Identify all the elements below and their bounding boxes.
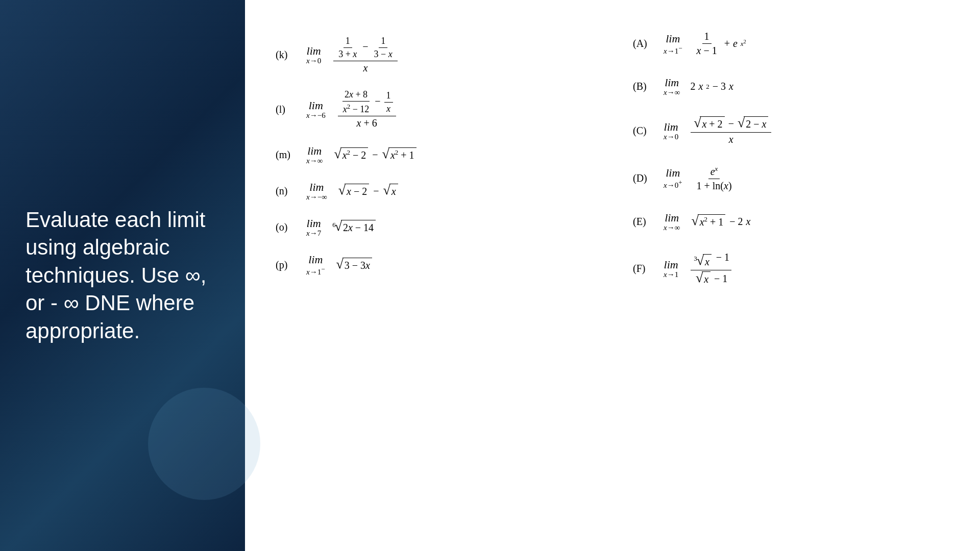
label-F: (F) <box>633 263 653 274</box>
label-p: (p) <box>276 259 296 271</box>
limit-n: lim x→−∞ <box>306 181 327 202</box>
fraction-C: √ x + 2 − √ 2 − x x <box>691 116 771 145</box>
fraction-F: 3 √ x − 1 √ x − 1 <box>691 252 731 286</box>
label-m: (m) <box>276 149 296 161</box>
expr-E: √ x2 + 1 − 2x <box>690 214 750 229</box>
expr-n: √ x − 2 − √ x <box>337 184 399 198</box>
problem-p: (p) lim x→1− √ 3 − 3x <box>276 253 592 277</box>
instructions-text: Evaluate each limit using algebraic tech… <box>26 206 219 345</box>
fraction-k: 1 3 + x − 1 3 − x x <box>333 36 398 74</box>
problem-E: (E) lim x→∞ √ x2 + 1 − 2x <box>633 211 949 232</box>
limit-C: lim x→0 <box>664 120 678 141</box>
problem-D: (D) lim x→0+ ex 1 + ln(x) <box>633 165 949 192</box>
fraction-D: ex 1 + ln(x) <box>695 165 734 192</box>
limit-E: lim x→∞ <box>664 211 680 232</box>
main-container: Evaluate each limit using algebraic tech… <box>0 0 980 551</box>
label-E: (E) <box>633 216 653 228</box>
expr-A: 1 x − 1 + ex2 <box>693 31 746 57</box>
label-A: (A) <box>633 38 653 49</box>
label-C: (C) <box>633 125 653 137</box>
limit-B: lim x→∞ <box>664 76 680 97</box>
problem-m: (m) lim x→∞ √ x2 − 2 − √ x2 + 1 <box>276 144 592 165</box>
limit-l: lim x→−6 <box>306 99 326 120</box>
label-o: (o) <box>276 221 296 233</box>
limit-o: lim x→7 <box>306 217 321 238</box>
limit-k: lim x→0 <box>306 44 321 65</box>
left-problems: (k) lim x→0 1 3 + x − 1 3 − x <box>276 20 612 531</box>
limit-m: lim x→∞ <box>306 144 323 165</box>
label-n: (n) <box>276 185 296 197</box>
problem-F: (F) lim x→1 3 √ x − 1 <box>633 252 949 286</box>
label-l: (l) <box>276 104 296 115</box>
problem-B: (B) lim x→∞ 2x2 − 3x <box>633 76 949 97</box>
limit-F: lim x→1 <box>664 258 678 279</box>
expr-p: √ 3 − 3x <box>335 258 373 272</box>
problem-A: (A) lim x→1− 1 x − 1 + ex2 <box>633 31 949 57</box>
label-B: (B) <box>633 81 653 92</box>
limit-D: lim x→0+ <box>664 166 682 190</box>
expr-m: √ x2 − 2 − √ x2 + 1 <box>333 147 417 162</box>
problem-l: (l) lim x→−6 2x + 8 x2 − 12 − 1 x <box>276 89 592 129</box>
right-panel: (k) lim x→0 1 3 + x − 1 3 − x <box>245 0 980 551</box>
right-problems: (A) lim x→1− 1 x − 1 + ex2 (B) lim <box>612 20 949 531</box>
limit-A: lim x→1− <box>664 32 682 56</box>
label-k: (k) <box>276 49 296 61</box>
expr-B: 2x2 − 3x <box>690 81 733 92</box>
left-panel: Evaluate each limit using algebraic tech… <box>0 0 245 551</box>
expr-o: 6 √ 2x − 14 <box>331 220 378 235</box>
fraction-l: 2x + 8 x2 − 12 − 1 x x + 6 <box>338 89 396 129</box>
problem-o: (o) lim x→7 6 √ 2x − 14 <box>276 217 592 238</box>
limit-p: lim x→1− <box>306 253 325 277</box>
label-D: (D) <box>633 172 653 184</box>
problem-C: (C) lim x→0 √ x + 2 − √ 2 − x <box>633 116 949 145</box>
problem-n: (n) lim x→−∞ √ x − 2 − √ x <box>276 181 592 202</box>
problem-k: (k) lim x→0 1 3 + x − 1 3 − x <box>276 36 592 74</box>
